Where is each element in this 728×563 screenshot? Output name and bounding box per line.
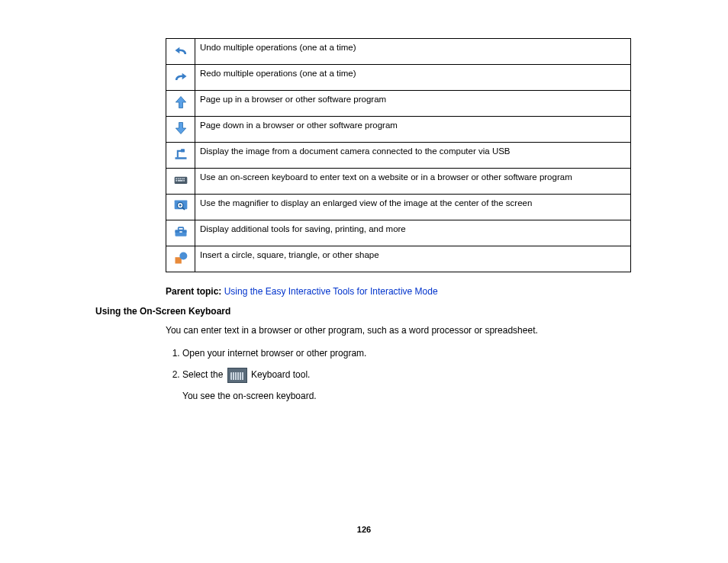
section-intro: You can enter text in a browser or other… — [166, 324, 644, 337]
svg-rect-3 — [176, 179, 177, 180]
tool-icon-cell — [166, 195, 195, 220]
svg-rect-7 — [183, 179, 185, 180]
svg-rect-0 — [175, 157, 186, 159]
keyboard-icon — [227, 368, 247, 383]
table-row: Display the image from a document camera… — [166, 143, 631, 169]
step-text: Keyboard tool. — [251, 369, 310, 380]
page-up-icon — [172, 94, 189, 111]
table-row: Use the magnifier to display an enlarged… — [166, 195, 631, 220]
redo-icon — [172, 68, 189, 85]
section-heading: Using the On-Screen Keyboard — [95, 306, 644, 317]
tool-desc: Redo multiple operations (one at a time) — [195, 65, 631, 91]
tool-icon-cell — [166, 65, 195, 91]
page-number: 126 — [0, 525, 728, 534]
tool-icon-cell — [166, 143, 195, 169]
svg-point-21 — [179, 253, 187, 260]
page-down-icon — [172, 120, 189, 137]
tool-desc: Page up in a browser or other software p… — [195, 91, 631, 117]
tool-description-table: Undo multiple operations (one at a time)… — [166, 38, 631, 272]
shapes-icon — [172, 249, 189, 266]
magnifier-icon — [172, 198, 189, 214]
parent-topic-link[interactable]: Using the Easy Interactive Tools for Int… — [224, 286, 438, 297]
tool-desc: Undo multiple operations (one at a time) — [195, 39, 631, 65]
table-row: Page down in a browser or other software… — [166, 117, 631, 143]
undo-icon — [172, 42, 189, 59]
tool-icon-cell — [166, 169, 195, 195]
table-row: Use an on-screen keyboard to enter text … — [166, 169, 631, 195]
keyboard-icon — [172, 172, 189, 188]
svg-rect-18 — [178, 227, 183, 230]
svg-rect-1 — [181, 149, 185, 152]
tool-icon-cell — [166, 246, 195, 272]
tool-icon-cell — [166, 117, 195, 143]
doc-camera-icon — [172, 146, 189, 162]
svg-rect-5 — [179, 179, 181, 180]
table-row: Page up in a browser or other software p… — [166, 91, 631, 117]
tool-desc: Use the magnifier to display an enlarged… — [195, 195, 631, 220]
svg-rect-10 — [183, 180, 185, 182]
table-row: Redo multiple operations (one at a time) — [166, 65, 631, 91]
step-result: You see the on-screen keyboard. — [182, 389, 644, 403]
step-item: Open your internet browser or other prog… — [182, 346, 644, 360]
table-row: Undo multiple operations (one at a time) — [166, 39, 631, 65]
svg-rect-19 — [179, 231, 182, 233]
parent-topic-label: Parent topic: — [166, 286, 221, 297]
tool-desc: Display additional tools for saving, pri… — [195, 220, 631, 246]
svg-rect-8 — [176, 180, 177, 182]
tool-desc: Page down in a browser or other software… — [195, 117, 631, 143]
tool-icon-cell — [166, 91, 195, 117]
tool-desc: Display the image from a document camera… — [195, 143, 631, 169]
svg-rect-9 — [177, 180, 182, 182]
svg-rect-4 — [177, 179, 179, 180]
tool-icon-cell — [166, 39, 195, 65]
toolbox-icon — [172, 224, 189, 240]
tool-desc: Insert a circle, square, triangle, or ot… — [195, 246, 631, 272]
step-item: Select the Keyboard tool. You see the on… — [182, 368, 644, 403]
parent-topic: Parent topic: Using the Easy Interactive… — [166, 286, 644, 297]
tool-desc: Use an on-screen keyboard to enter text … — [195, 169, 631, 195]
step-text: Select the — [182, 369, 223, 380]
document-page: Undo multiple operations (one at a time)… — [0, 0, 728, 563]
tool-icon-cell — [166, 220, 195, 246]
table-row: Insert a circle, square, triangle, or ot… — [166, 246, 631, 272]
step-list: Open your internet browser or other prog… — [166, 346, 644, 403]
svg-rect-6 — [181, 179, 182, 180]
table-row: Display additional tools for saving, pri… — [166, 220, 631, 246]
step-text: Open your internet browser or other prog… — [182, 348, 366, 359]
